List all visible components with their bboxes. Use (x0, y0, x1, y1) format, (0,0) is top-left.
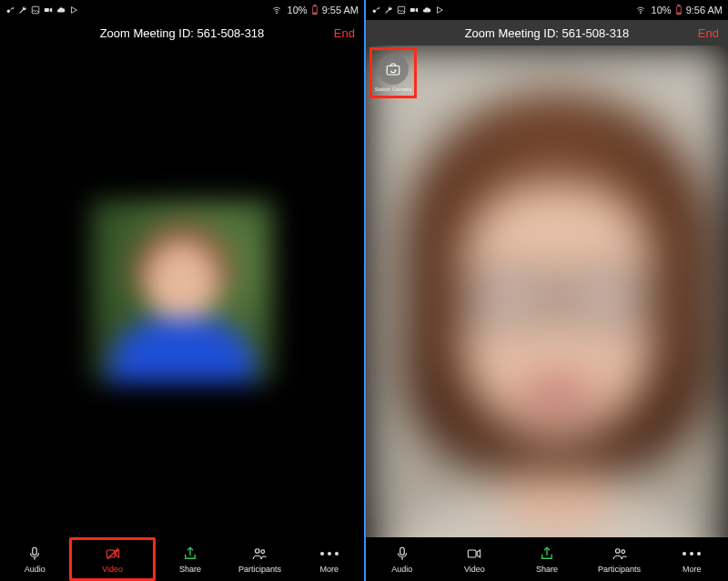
svg-rect-26 (469, 550, 477, 557)
svg-rect-25 (400, 547, 405, 555)
svg-marker-4 (72, 7, 77, 14)
video-area[interactable]: Switch Camera (366, 46, 728, 537)
bottom-toolbar: Audio Video Share Participants More (0, 537, 364, 581)
video-status-icon (44, 5, 53, 15)
status-left-icons (371, 5, 444, 15)
svg-rect-16 (398, 6, 405, 14)
mic-icon (26, 545, 43, 563)
audio-button[interactable]: Audio (366, 537, 439, 581)
play-icon (69, 5, 78, 15)
svg-marker-18 (416, 8, 419, 13)
more-label: More (320, 565, 339, 574)
video-button[interactable]: Video (439, 537, 511, 581)
wifi-icon (271, 5, 282, 15)
status-bar: 10% 9:56 AM (366, 0, 728, 20)
svg-marker-19 (438, 7, 443, 14)
svg-point-28 (615, 549, 620, 554)
meeting-id-label: Zoom Meeting ID: 561-508-318 (100, 26, 265, 40)
share-button[interactable]: Share (511, 537, 583, 581)
svg-marker-3 (50, 8, 53, 13)
camera-switch-icon (378, 54, 409, 85)
video-on-icon (465, 545, 483, 563)
svg-rect-9 (33, 547, 37, 555)
status-left-icons (5, 5, 78, 15)
wifi-icon (635, 5, 646, 15)
video-area[interactable] (0, 46, 364, 537)
meeting-title-bar: Zoom Meeting ID: 561-508-318 End (0, 20, 364, 46)
svg-point-29 (622, 550, 625, 554)
audio-button[interactable]: Audio (0, 537, 69, 581)
switch-camera-button[interactable]: Switch Camera (375, 53, 411, 93)
video-button[interactable]: Video (69, 537, 155, 581)
svg-rect-24 (387, 66, 399, 75)
end-button[interactable]: End (334, 20, 355, 46)
battery-icon (675, 5, 682, 15)
image-icon (31, 5, 40, 15)
status-right: 10% 9:55 AM (271, 5, 359, 15)
svg-rect-1 (32, 6, 39, 14)
svg-point-20 (640, 13, 641, 14)
svg-rect-8 (313, 13, 317, 14)
cloud-icon (422, 5, 431, 15)
more-icon (320, 545, 339, 563)
participants-label: Participants (238, 565, 281, 574)
svg-point-0 (7, 10, 10, 13)
cloud-icon (56, 5, 66, 15)
switch-camera-highlight: Switch Camera (369, 47, 417, 98)
mic-icon (394, 545, 410, 563)
status-right: 10% 9:56 AM (635, 5, 723, 15)
key-icon (5, 5, 15, 15)
participant-avatar (91, 200, 273, 382)
svg-point-15 (373, 10, 376, 13)
share-button[interactable]: Share (156, 537, 225, 581)
audio-label: Audio (25, 565, 46, 574)
svg-marker-11 (116, 550, 118, 557)
svg-point-13 (256, 549, 260, 554)
participants-icon (250, 545, 268, 563)
participants-icon (611, 545, 629, 563)
more-icon (682, 545, 701, 563)
svg-rect-17 (410, 8, 415, 12)
svg-rect-22 (677, 5, 679, 6)
more-label: More (682, 565, 702, 574)
svg-point-14 (261, 550, 265, 554)
participants-button[interactable]: Participants (583, 537, 656, 581)
svg-rect-7 (313, 5, 315, 6)
switch-camera-label: Switch Camera (375, 87, 412, 92)
battery-percent: 10% (288, 5, 308, 15)
play-icon (435, 5, 444, 15)
wrench-icon (18, 5, 27, 15)
share-icon (182, 545, 198, 563)
svg-rect-23 (677, 13, 681, 14)
clock-time: 9:56 AM (686, 5, 723, 15)
end-button[interactable]: End (698, 20, 719, 46)
battery-percent: 10% (652, 5, 672, 15)
self-video-feed (366, 46, 728, 537)
share-icon (539, 545, 555, 563)
status-bar: 10% 9:55 AM (0, 0, 364, 20)
battery-icon (311, 5, 318, 15)
clock-time: 9:55 AM (322, 5, 359, 15)
phone-screen-right: 10% 9:56 AM Zoom Meeting ID: 561-508-318… (364, 0, 728, 581)
svg-rect-2 (45, 8, 49, 12)
key-icon (371, 5, 380, 15)
participants-label: Participants (598, 565, 641, 574)
more-button[interactable]: More (655, 537, 728, 581)
wrench-icon (384, 5, 393, 15)
participants-button[interactable]: Participants (225, 537, 294, 581)
video-off-icon (104, 545, 122, 563)
video-label: Video (102, 565, 123, 574)
svg-point-5 (276, 13, 277, 14)
video-status-icon (410, 5, 419, 15)
meeting-title-bar: Zoom Meeting ID: 561-508-318 End (366, 20, 728, 46)
audio-label: Audio (391, 565, 412, 574)
bottom-toolbar: Audio Video Share Participants More (366, 537, 728, 581)
video-label: Video (464, 565, 485, 574)
more-button[interactable]: More (295, 537, 364, 581)
share-label: Share (536, 565, 558, 574)
image-icon (397, 5, 406, 15)
svg-marker-27 (478, 550, 480, 557)
meeting-id-label: Zoom Meeting ID: 561-508-318 (465, 26, 630, 40)
share-label: Share (179, 565, 201, 574)
phone-screen-left: 10% 9:55 AM Zoom Meeting ID: 561-508-318… (0, 0, 364, 581)
